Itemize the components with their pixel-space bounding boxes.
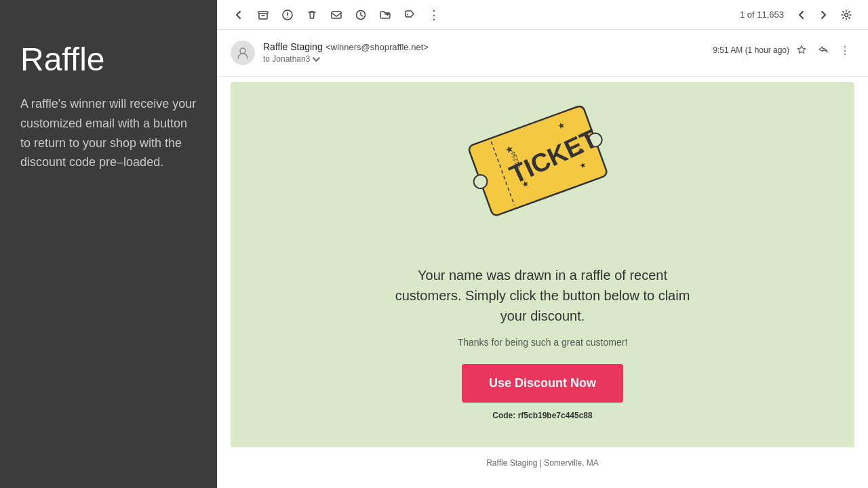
email-content-area: TICKET ★ ★ ★ ★ ★ ★ ★ 01234 4210 [231,82,854,447]
snooze-icon [355,9,367,21]
sender-name: Raffle Staging [263,41,323,52]
more-button[interactable]: ⋮ [423,4,445,26]
to-text: to Jonathan3 [263,54,310,64]
label-button[interactable] [399,4,420,26]
more-options-button[interactable]: ⋮ [835,41,854,60]
raffle-heading: Your name was drawn in a raffle of recen… [390,265,695,326]
main-content: ⋮ 1 of 11,653 [217,0,868,488]
sidebar: Raffle A raffle's winner will receive yo… [0,0,217,488]
back-button[interactable] [228,4,250,26]
svg-point-6 [845,13,848,16]
sender-email: <winners@shopraffle.net> [326,42,429,52]
avatar-icon [236,46,250,60]
email-time: 9:51 AM (1 hour ago) [713,45,789,55]
code-prefix-label: Code: [492,411,515,420]
use-discount-button-container: Use Discount Now [244,364,841,411]
snooze-button[interactable] [350,4,372,26]
report-spam-button[interactable] [277,4,298,26]
svg-rect-3 [332,12,341,18]
chevron-right-icon [818,9,829,20]
more-options-icon: ⋮ [840,44,850,57]
sidebar-description: A raffle's winner will receive your cust… [20,94,197,172]
move-to-button[interactable] [374,4,396,26]
discount-code: Code: rf5cb19be7c445c88 [244,411,841,420]
prev-email-button[interactable] [792,5,811,24]
ticket-container: TICKET ★ ★ ★ ★ ★ ★ ★ 01234 4210 [244,102,841,245]
label-icon [403,9,416,21]
folder-move-icon [379,9,391,21]
email-body: TICKET ★ ★ ★ ★ ★ ★ ★ 01234 4210 [217,77,868,488]
svg-point-2 [287,16,288,18]
mark-read-button[interactable] [326,4,347,26]
next-email-button[interactable] [814,5,833,24]
email-meta: Raffle Staging <winners@shopraffle.net> … [263,41,705,64]
email-footer: Raffle Staging | Somerville, MA [231,447,854,479]
email-actions: 9:51 AM (1 hour ago) ⋮ [713,41,854,60]
svg-rect-0 [258,12,268,14]
footer-text: Raffle Staging | Somerville, MA [486,458,599,468]
star-button[interactable] [792,41,811,60]
svg-point-5 [407,14,408,15]
archive-icon [257,9,269,21]
sidebar-title: Raffle [20,41,197,78]
svg-point-7 [240,48,245,54]
delete-icon [306,9,318,21]
to-line: to Jonathan3 [263,54,705,64]
back-icon [233,9,245,21]
ticket-image: TICKET ★ ★ ★ ★ ★ ★ ★ 01234 4210 [468,102,617,245]
report-icon [281,9,294,21]
reply-icon [818,45,829,56]
raffle-subtext: Thanks for being such a great customer! [244,337,841,348]
settings-button[interactable] [835,4,857,26]
expand-recipients-icon[interactable] [313,54,320,62]
more-icon: ⋮ [428,7,441,22]
use-discount-button[interactable]: Use Discount Now [462,364,623,403]
star-icon [796,45,807,56]
settings-icon [840,9,852,21]
delete-button[interactable] [301,4,323,26]
sender-avatar [231,41,255,65]
archive-button[interactable] [252,4,274,26]
sender-line: Raffle Staging <winners@shopraffle.net> [263,41,705,53]
email-header: Raffle Staging <winners@shopraffle.net> … [217,30,868,77]
email-toolbar: ⋮ 1 of 11,653 [217,0,868,30]
mail-icon [330,9,342,21]
code-value: rf5cb19be7c445c88 [518,411,593,420]
chevron-left-icon [796,9,807,20]
reply-button[interactable] [814,41,833,60]
email-count: 1 of 11,653 [740,9,784,20]
